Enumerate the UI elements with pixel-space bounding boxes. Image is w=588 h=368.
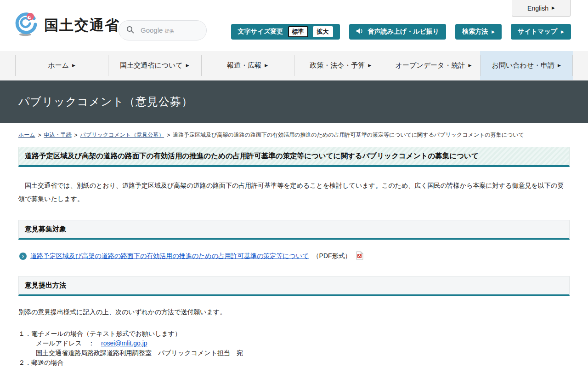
- sitemap-label: サイトマップ: [518, 28, 557, 36]
- arrow-right-icon: ▶: [552, 6, 555, 10]
- breadcrumb-current: 道路予定区域及び高架の道路の路面下の有効活用の推進のための占用許可基準の策定等に…: [173, 131, 524, 139]
- attachment-link[interactable]: 道路予定区域及び高架の道路の路面下の有効活用の推進のための占用許可基準の策定等に…: [30, 252, 309, 260]
- page-title-band: パブリックコメント（意見公募）: [0, 80, 588, 123]
- font-size-standard-button[interactable]: 標準: [288, 26, 308, 37]
- search-method-button[interactable]: 検索方法 ▶: [455, 24, 502, 40]
- breadcrumb-separator: >: [167, 132, 170, 138]
- nav-item-label: お問い合わせ・申請: [492, 61, 554, 70]
- arrow-right-icon: ▶: [368, 63, 371, 68]
- breadcrumb-separator: >: [38, 132, 41, 138]
- page-title: パブリックコメント（意見公募）: [18, 94, 193, 109]
- arrow-right-icon: ▶: [186, 63, 189, 68]
- nav-item-label: ホーム: [48, 61, 69, 70]
- arrow-right-icon: ▶: [492, 30, 495, 34]
- arrow-right-icon: ▶: [468, 63, 471, 68]
- nav-item-press[interactable]: 報道・広報 ▶: [201, 51, 294, 80]
- nav-item-about[interactable]: 国土交通省について ▶: [108, 51, 201, 80]
- search-icon: [126, 26, 134, 35]
- font-size-label: 文字サイズ変更: [238, 28, 283, 36]
- section-heading-method: 意見提出方法: [18, 276, 570, 296]
- email-address-line: メールアドレス ： rosei@mlit.go.jp: [18, 339, 570, 348]
- email-destination-line: 国土交通省道路局路政課道路利用調整室 パブリックコメント担当 宛: [18, 348, 570, 358]
- nav-item-label: 報道・広報: [227, 61, 261, 70]
- english-button[interactable]: English ▶: [512, 0, 571, 17]
- search-placeholder-suffix: 提供: [164, 29, 174, 34]
- arrow-right-icon: ▶: [558, 63, 561, 68]
- pdf-icon[interactable]: [356, 251, 363, 261]
- email-label: メールアドレス ：: [36, 339, 101, 347]
- chevron-bullet-icon: ›: [19, 253, 27, 260]
- english-button-label: English: [527, 5, 548, 12]
- mlit-logo-icon: [14, 12, 40, 39]
- nav-item-label: 政策・法令・予算: [310, 61, 365, 70]
- search-placeholder-brand: Google: [141, 26, 163, 34]
- main-content: ホーム > 申込・手続 > パブリックコメント（意見公募） > 道路予定区域及び…: [0, 123, 588, 368]
- email-link[interactable]: rosei@mlit.go.jp: [101, 339, 147, 347]
- arrow-right-icon: ▶: [265, 63, 268, 68]
- tts-button-label: 音声読み上げ・ルビ振り: [368, 28, 440, 36]
- sitemap-button[interactable]: サイトマップ ▶: [511, 24, 571, 40]
- breadcrumb-link-home[interactable]: ホーム: [18, 131, 35, 139]
- tts-button[interactable]: 音声読み上げ・ルビ振り: [349, 24, 447, 40]
- font-size-large-button[interactable]: 拡大: [313, 26, 333, 37]
- nav-item-home[interactable]: ホーム ▶: [15, 51, 108, 80]
- global-nav: ホーム ▶ 国土交通省について ▶ 報道・広報 ▶ 政策・法令・予算 ▶ オープ…: [0, 51, 588, 80]
- search-method-label: 検索方法: [462, 28, 488, 36]
- attachment-format-label: （PDF形式）: [313, 252, 351, 260]
- breadcrumb-separator: >: [74, 132, 78, 138]
- article-intro: 国土交通省では、別紙のとおり、道路予定区域及び高架の道路の路面下の占用許可基準等…: [18, 179, 570, 205]
- email-case-line: １．電子メールの場合（テキスト形式でお願いします）: [18, 329, 570, 339]
- nav-item-opendata[interactable]: オープンデータ・統計 ▶: [387, 51, 480, 80]
- site-logo[interactable]: 国土交通省: [14, 12, 120, 39]
- breadcrumb-link-applications[interactable]: 申込・手続: [44, 131, 72, 139]
- font-size-control: 文字サイズ変更 標準 拡大: [231, 24, 340, 40]
- header-buttons: 文字サイズ変更 標準 拡大 音声読み上げ・ルビ振り 検索方法 ▶ サイトマップ …: [231, 24, 571, 40]
- breadcrumb-link-publiccomment[interactable]: パブリックコメント（意見公募）: [80, 131, 164, 139]
- nav-item-label: オープンデータ・統計: [396, 61, 465, 70]
- section-heading-target: 意見募集対象: [18, 220, 570, 240]
- submission-methods: １．電子メールの場合（テキスト形式でお願いします） メールアドレス ： rose…: [18, 329, 570, 368]
- method-lead: 別添の意見提出様式に記入の上、次のいずれかの方法で送付願います。: [18, 308, 570, 316]
- search-input[interactable]: Google提供: [119, 20, 207, 40]
- attachment-link-row: › 道路予定区域及び高架の道路の路面下の有効活用の推進のための占用許可基準の策定…: [19, 251, 570, 261]
- arrow-right-icon: ▶: [561, 30, 564, 34]
- site-name: 国土交通省: [44, 16, 120, 35]
- breadcrumb: ホーム > 申込・手続 > パブリックコメント（意見公募） > 道路予定区域及び…: [18, 131, 570, 139]
- mail-case-line: ２．郵送の場合: [18, 358, 570, 368]
- nav-item-contact[interactable]: お問い合わせ・申請 ▶: [480, 51, 573, 80]
- article-title: 道路予定区域及び高架の道路の路面下の有効活用の推進のための占用許可基準の策定等に…: [18, 147, 570, 167]
- nav-item-label: 国土交通省について: [120, 61, 182, 70]
- site-header: 国土交通省 Google提供 English ▶ 文字サイズ変更 標準 拡大: [0, 0, 588, 51]
- arrow-right-icon: ▶: [72, 63, 75, 68]
- speaker-icon: [356, 28, 364, 36]
- nav-item-policy[interactable]: 政策・法令・予算 ▶: [294, 51, 387, 80]
